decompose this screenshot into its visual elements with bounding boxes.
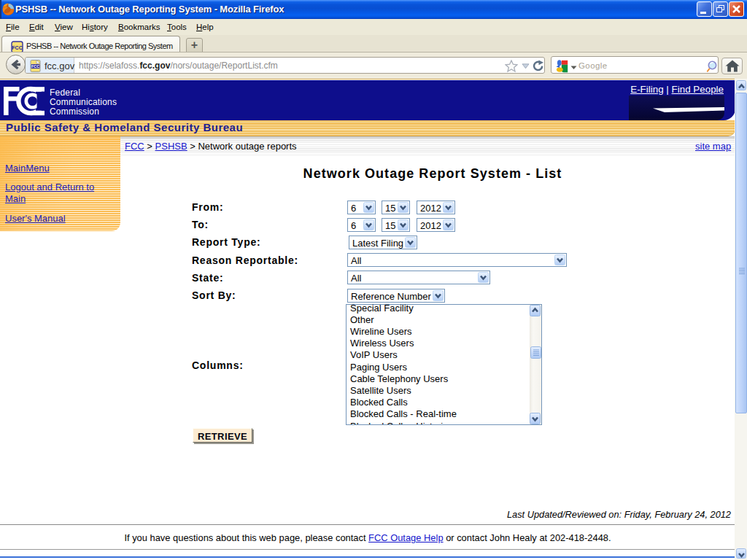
svg-text:FCC: FCC (31, 63, 39, 68)
svg-text:FCC: FCC (12, 45, 22, 50)
